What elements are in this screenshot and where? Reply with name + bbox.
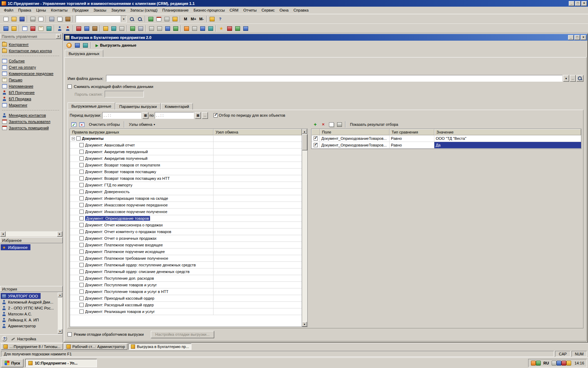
favorites-item[interactable]: ★Избранное xyxy=(1,244,30,250)
memory-button[interactable]: М xyxy=(182,15,189,22)
rule-checkbox[interactable] xyxy=(79,256,84,260)
history-item[interactable]: УРАЛТОРГ ООО xyxy=(1,293,41,299)
menu-item[interactable]: Сервис xyxy=(259,7,277,13)
clear-filters-button[interactable]: Очистить отборы xyxy=(86,121,122,128)
mark-all-icon[interactable]: ✓ xyxy=(70,121,78,128)
tip-icon[interactable] xyxy=(208,15,216,23)
rule-checkbox[interactable] xyxy=(79,176,84,180)
copy-filter-icon[interactable] xyxy=(327,121,335,128)
menu-item[interactable]: Правка xyxy=(16,7,34,13)
export-help-icon[interactable]: ? xyxy=(65,41,73,49)
read-settings-icon[interactable] xyxy=(73,41,81,49)
nav-link[interactable]: Контактное лицо контра xyxy=(1,48,62,54)
rule-checkbox[interactable] xyxy=(79,156,84,161)
scroll-down-icon[interactable]: ▼ xyxy=(58,329,62,334)
rule-checkbox[interactable] xyxy=(79,243,84,247)
rule-checkbox[interactable] xyxy=(79,236,84,240)
period-filter-checkbox[interactable] xyxy=(214,113,218,117)
exchange-node-cell[interactable] xyxy=(214,282,302,288)
minimize-icon[interactable]: _ xyxy=(568,35,574,40)
taskbar-app-button[interactable]: 1С:Предприятие - Уп... xyxy=(25,359,97,367)
rule-checkbox[interactable] xyxy=(79,303,84,307)
column-header[interactable]: Узел обмена xyxy=(214,129,302,135)
add-filter-icon[interactable]: + xyxy=(311,121,319,128)
exchange-nodes-button[interactable]: Узлы обмена ▾ xyxy=(126,121,158,128)
rule-checkbox[interactable] xyxy=(79,190,84,194)
scrollbar-track[interactable] xyxy=(302,151,307,322)
rule-row[interactable]: Документ: Доверенность xyxy=(70,189,302,195)
horizontal-scrollbar[interactable]: ◄ ► xyxy=(0,231,62,237)
filter-checkbox[interactable] xyxy=(314,143,318,147)
service-icon[interactable] xyxy=(233,25,241,32)
period-more-button[interactable]: ... xyxy=(202,112,208,119)
rule-checkbox[interactable] xyxy=(79,230,84,234)
rule-checkbox[interactable] xyxy=(79,263,84,267)
settings-button[interactable]: Настройка xyxy=(9,336,37,341)
gear-run-icon[interactable] xyxy=(136,25,145,32)
scroll-down-icon[interactable]: ▼ xyxy=(302,322,307,327)
rule-row[interactable]: Документ: Приходный кассовый ордер xyxy=(70,295,302,302)
history-item[interactable]: Лейканд К. А. ИП xyxy=(1,317,57,323)
memory-button[interactable]: М+ xyxy=(189,15,198,22)
window-tab[interactable]: Рабочий ст...: Администратор xyxy=(64,343,127,350)
tray-agent-icon[interactable] xyxy=(536,361,541,366)
nav-link[interactable]: Занятость помещений xyxy=(1,125,62,131)
tab-export-data[interactable]: Выгрузка данных xyxy=(65,50,103,57)
scrollbar-thumb[interactable] xyxy=(302,134,307,150)
tray-volume-icon[interactable] xyxy=(552,361,556,366)
rule-row[interactable]: Документ: Платежное поручение исходящее xyxy=(70,248,302,255)
find-next-icon[interactable] xyxy=(136,15,144,23)
rule-checkbox[interactable] xyxy=(79,203,84,207)
favorites-star-icon[interactable]: ★ xyxy=(217,25,225,32)
barcode-icon[interactable] xyxy=(182,25,190,32)
file-search-icon[interactable] xyxy=(576,75,583,82)
delete-filter-icon[interactable]: × xyxy=(319,121,327,128)
group-checkbox[interactable] xyxy=(76,136,80,141)
rule-row[interactable]: Документ: Поступление товаров и услуг в … xyxy=(70,288,302,295)
memory-button[interactable]: М- xyxy=(198,15,205,22)
rule-row[interactable]: Документ: Платежное требование полученно… xyxy=(70,255,302,262)
history-item[interactable]: 2 - ОПО УГПС МЧС Рос... xyxy=(1,305,57,311)
filter-checkbox[interactable] xyxy=(314,136,318,141)
history-item[interactable]: Калюжный Андрей Дми... xyxy=(1,299,57,305)
scrollbar-track[interactable] xyxy=(6,231,57,237)
unmark-all-icon[interactable]: × xyxy=(78,121,86,128)
exchange-node-cell[interactable] xyxy=(214,149,302,155)
rule-checkbox[interactable] xyxy=(79,163,84,167)
nav-link[interactable]: Маркетинг xyxy=(1,102,62,108)
reminder-icon[interactable] xyxy=(45,25,53,32)
scroll-up-icon[interactable]: ▲ xyxy=(302,129,307,134)
panel-icon[interactable] xyxy=(198,25,206,32)
export-window-titlebar[interactable]: Выгрузка в Бухгалтерию предприятия 2.0 _… xyxy=(64,34,587,41)
chart-icon[interactable] xyxy=(172,25,180,32)
scroll-right-icon[interactable]: ► xyxy=(57,231,62,237)
show-filter-result-button[interactable]: Показать результат отбора xyxy=(348,121,401,128)
inner-tab[interactable]: Выгружаемые данные xyxy=(68,102,115,110)
exchange-node-cell[interactable] xyxy=(214,135,302,142)
rule-checkbox[interactable] xyxy=(79,170,84,174)
rule-row[interactable]: Документ: Отчет комитенту о продажах тов… xyxy=(70,229,302,235)
main-titlebar[interactable]: 1С:Предприятие - Управление торговлей и … xyxy=(0,0,588,7)
help-icon[interactable]: ? xyxy=(216,15,224,23)
exchange-node-cell[interactable] xyxy=(214,262,302,268)
taskbar-clock[interactable]: 14:16 xyxy=(573,361,584,365)
menu-item[interactable]: Заказы xyxy=(91,7,109,13)
rule-checkbox[interactable] xyxy=(79,250,84,254)
rule-checkbox[interactable] xyxy=(79,309,84,314)
rule-row[interactable]: Документ: Возврат товаров поставщику xyxy=(70,169,302,175)
exchange-node-cell[interactable] xyxy=(214,162,302,168)
print-icon[interactable] xyxy=(29,15,37,23)
rules-scrollbar[interactable]: ▲ ▼ xyxy=(302,129,308,327)
rule-checkbox[interactable] xyxy=(79,183,84,187)
exchange-node-cell[interactable] xyxy=(214,202,302,208)
print-filter-icon[interactable] xyxy=(335,121,343,128)
documents-group-row[interactable]: − Документы xyxy=(70,135,302,142)
calendar-icon[interactable]: ▦ xyxy=(142,112,148,119)
new-document-icon[interactable] xyxy=(2,15,10,23)
tray-network-icon[interactable] xyxy=(556,361,561,366)
exchange-node-cell[interactable] xyxy=(214,189,302,195)
period-to-input[interactable]: . . : : xyxy=(155,112,194,119)
compress-checkbox[interactable] xyxy=(68,84,72,89)
globe-icon[interactable] xyxy=(102,25,110,32)
cut-icon[interactable] xyxy=(48,15,56,23)
